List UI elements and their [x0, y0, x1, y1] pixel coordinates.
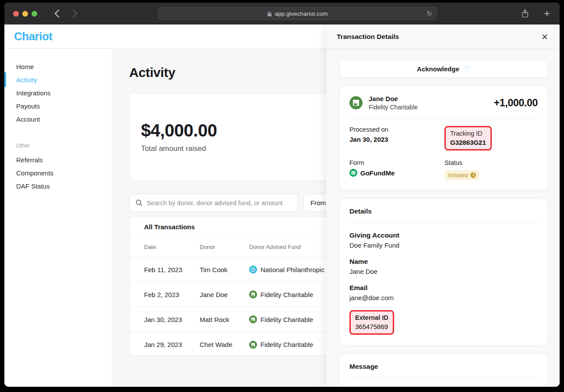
sidebar-item-account[interactable]: Account [4, 112, 112, 126]
giving-account-value: Doe Family Fund [349, 242, 538, 249]
column-header-donor: Donor [200, 244, 249, 250]
fidelity-icon [249, 315, 257, 323]
panel-title: Transaction Details [337, 33, 399, 41]
panel-header: Transaction Details ✕ [326, 24, 560, 49]
back-button[interactable] [51, 8, 62, 19]
reload-icon[interactable]: ↻ [427, 10, 432, 18]
tracking-id-value: G32863G21 [450, 139, 486, 146]
external-id-highlight: External ID 365475869 [349, 310, 394, 335]
window-controls [13, 11, 37, 17]
divider [349, 377, 538, 378]
acknowledge-button[interactable]: Acknowledge ♡ [339, 60, 548, 78]
browser-window: app.givechariot.com ↻ + Chariot Home Act… [4, 3, 560, 387]
giving-account-label: Giving Account [349, 231, 538, 239]
tracking-id-highlight: Tracking ID G32863G21 [444, 126, 492, 150]
transaction-details-panel: Transaction Details ✕ Acknowledge ♡ Jane… [326, 24, 560, 387]
donor-name: Jane Doe [369, 95, 418, 102]
chariot-logo: Chariot [14, 30, 53, 43]
status-label: Status [444, 159, 479, 166]
clock-icon [470, 172, 476, 178]
email-value: jane@doe.com [349, 294, 538, 301]
details-card: Details Giving Account Doe Family Fund N… [339, 198, 548, 346]
sidebar: Home Activity Integrations Payouts Accou… [4, 49, 112, 387]
fidelity-icon [249, 341, 257, 349]
zoom-window-button[interactable] [32, 11, 37, 17]
address-bar[interactable]: app.givechariot.com ↻ [158, 7, 437, 20]
minimize-window-button[interactable] [22, 11, 28, 17]
donor-fund: Fidelity Charitable [369, 104, 418, 111]
form-value: GoFundMe [360, 169, 395, 177]
status-badge: Initiated [444, 170, 479, 180]
divider [349, 118, 538, 119]
sidebar-section-other: Other [4, 140, 112, 151]
message-card: Message [339, 354, 548, 387]
processed-on-label: Processed on [349, 126, 444, 133]
processed-on-value: Jan 30, 2023 [349, 136, 444, 143]
email-label: Email [349, 284, 538, 292]
external-id-value: 365475869 [355, 323, 388, 330]
sidebar-item-payouts[interactable]: Payouts [4, 99, 112, 112]
app-root: Chariot Home Activity Integrations Payou… [4, 24, 560, 387]
active-indicator [4, 72, 6, 87]
new-tab-icon[interactable]: + [544, 8, 550, 19]
gofundme-icon [349, 169, 357, 177]
forward-button[interactable] [70, 8, 80, 19]
search-box [129, 194, 298, 212]
search-input[interactable] [147, 200, 292, 206]
heart-icon: ♡ [463, 64, 470, 74]
message-title: Message [349, 363, 538, 371]
sidebar-item-home[interactable]: Home [4, 60, 112, 73]
sidebar-item-daf-status[interactable]: DAF Status [4, 179, 112, 192]
sidebar-item-activity[interactable]: Activity [4, 73, 112, 86]
sidebar-item-integrations[interactable]: Integrations [4, 86, 112, 99]
fidelity-avatar-icon [349, 96, 363, 109]
form-label: Form [349, 159, 444, 166]
external-id-label: External ID [355, 314, 388, 321]
transaction-summary-card: Jane Doe Fidelity Charitable +1,000.00 P… [339, 86, 548, 190]
url-text: app.givechariot.com [275, 10, 328, 17]
column-header-date: Date [144, 244, 200, 250]
details-title: Details [349, 207, 538, 215]
lock-icon [267, 11, 272, 17]
search-icon [135, 199, 143, 206]
page-title: Activity [129, 65, 175, 80]
divider [349, 222, 538, 222]
tracking-id-label: Tracking ID [450, 130, 486, 137]
transaction-amount: +1,000.00 [494, 97, 538, 109]
close-icon[interactable]: ✕ [541, 32, 548, 42]
sidebar-item-referrals[interactable]: Referrals [4, 153, 112, 166]
npt-icon [249, 266, 257, 273]
sidebar-item-components[interactable]: Components [4, 166, 112, 179]
name-value: Jane Doe [349, 268, 538, 275]
fidelity-icon [249, 290, 257, 298]
name-label: Name [349, 258, 538, 266]
browser-titlebar: app.givechariot.com ↻ + [4, 3, 560, 24]
share-icon[interactable] [521, 9, 529, 18]
close-window-button[interactable] [13, 11, 19, 17]
